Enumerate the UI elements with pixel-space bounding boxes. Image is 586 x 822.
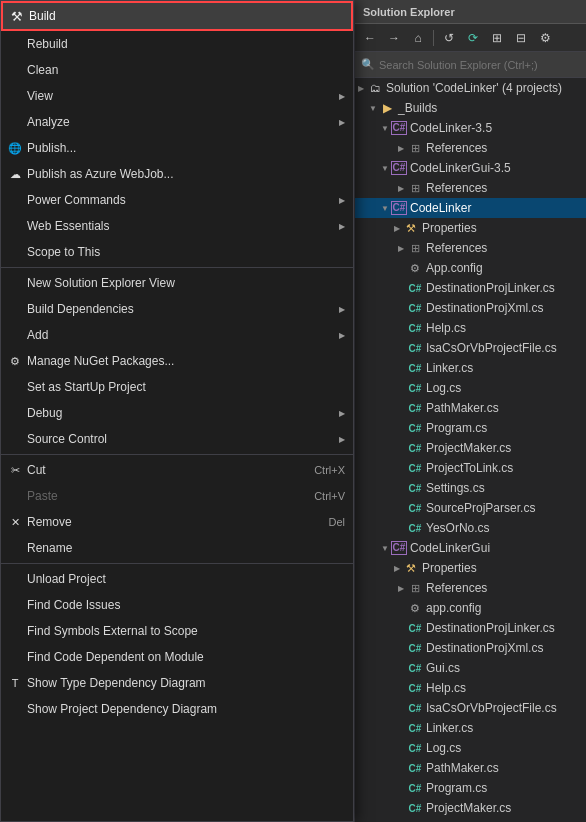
- tree-item-refs2[interactable]: ▶⊞References: [355, 178, 586, 198]
- tree-expand-icon[interactable]: [395, 422, 407, 434]
- tree-item-help2[interactable]: C#Help.cs: [355, 678, 586, 698]
- tree-item-srcparser1[interactable]: C#SourceProjParser.cs: [355, 498, 586, 518]
- tree-item-isacs2[interactable]: C#IsaCsOrVbProjectFile.cs: [355, 698, 586, 718]
- menu-item-publish-[interactable]: 🌐Publish...: [1, 135, 353, 161]
- tree-item-props2[interactable]: ▶⚒Properties: [355, 558, 586, 578]
- tree-item-codelinker[interactable]: ▼C#CodeLinker: [355, 198, 586, 218]
- tree-item-appconfig[interactable]: ⚙App.config: [355, 258, 586, 278]
- tree-item-codelinker35gui[interactable]: ▼C#CodeLinkerGui-3.5: [355, 158, 586, 178]
- menu-item-clean[interactable]: Clean: [1, 57, 353, 83]
- menu-item-debug[interactable]: Debug: [1, 400, 353, 426]
- se-settings-btn[interactable]: ⚙: [534, 27, 556, 49]
- tree-expand-icon[interactable]: [395, 282, 407, 294]
- se-refresh-btn[interactable]: ↺: [438, 27, 460, 49]
- menu-item-rebuild[interactable]: Rebuild: [1, 31, 353, 57]
- se-forward-btn[interactable]: →: [383, 27, 405, 49]
- tree-expand-icon[interactable]: [395, 622, 407, 634]
- tree-expand-icon[interactable]: ▼: [367, 102, 379, 114]
- tree-item-gui1[interactable]: C#Gui.cs: [355, 658, 586, 678]
- tree-item-builds[interactable]: ▼▶_Builds: [355, 98, 586, 118]
- tree-expand-icon[interactable]: [395, 682, 407, 694]
- tree-item-dest4[interactable]: C#DestinationProjXml.cs: [355, 638, 586, 658]
- tree-item-help1[interactable]: C#Help.cs: [355, 318, 586, 338]
- tree-expand-icon[interactable]: ▶: [395, 582, 407, 594]
- menu-item-rename[interactable]: Rename: [1, 535, 353, 561]
- se-search-input[interactable]: [379, 59, 580, 71]
- tree-expand-icon[interactable]: [395, 762, 407, 774]
- tree-expand-icon[interactable]: ▶: [395, 242, 407, 254]
- tree-item-refs4[interactable]: ▶⊞References: [355, 578, 586, 598]
- tree-expand-icon[interactable]: [395, 482, 407, 494]
- menu-item-web-essentials[interactable]: Web Essentials: [1, 213, 353, 239]
- build-menu-item[interactable]: ⚒ Build: [1, 1, 353, 31]
- tree-expand-icon[interactable]: ▶: [355, 82, 367, 94]
- menu-item-scope-to-this[interactable]: Scope to This: [1, 239, 353, 265]
- tree-item-dest1[interactable]: C#DestinationProjLinker.cs: [355, 278, 586, 298]
- menu-item-cut[interactable]: ✂CutCtrl+X: [1, 457, 353, 483]
- tree-expand-icon[interactable]: [395, 362, 407, 374]
- tree-expand-icon[interactable]: [395, 722, 407, 734]
- tree-expand-icon[interactable]: ▼: [379, 542, 391, 554]
- tree-item-log2[interactable]: C#Log.cs: [355, 738, 586, 758]
- tree-expand-icon[interactable]: ▶: [391, 222, 403, 234]
- menu-item-unload-project[interactable]: Unload Project: [1, 566, 353, 592]
- tree-item-dest3[interactable]: C#DestinationProjLinker.cs: [355, 618, 586, 638]
- tree-item-linker1[interactable]: C#Linker.cs: [355, 358, 586, 378]
- tree-expand-icon[interactable]: ▶: [395, 182, 407, 194]
- tree-item-codelinker35[interactable]: ▼C#CodeLinker-3.5: [355, 118, 586, 138]
- tree-item-program1[interactable]: C#Program.cs: [355, 418, 586, 438]
- menu-item-new-solution-explorer-view[interactable]: New Solution Explorer View: [1, 270, 353, 296]
- tree-expand-icon[interactable]: [395, 802, 407, 814]
- tree-expand-icon[interactable]: ▼: [379, 162, 391, 174]
- tree-item-codelinkergui[interactable]: ▼C#CodeLinkerGui: [355, 538, 586, 558]
- tree-expand-icon[interactable]: [395, 382, 407, 394]
- tree-item-yesorno1[interactable]: C#YesOrNo.cs: [355, 518, 586, 538]
- menu-item-remove[interactable]: ✕RemoveDel: [1, 509, 353, 535]
- tree-item-settings1[interactable]: C#Settings.cs: [355, 478, 586, 498]
- tree-expand-icon[interactable]: [395, 522, 407, 534]
- tree-expand-icon[interactable]: [395, 602, 407, 614]
- menu-item-view[interactable]: View: [1, 83, 353, 109]
- tree-item-dest2[interactable]: C#DestinationProjXml.cs: [355, 298, 586, 318]
- tree-expand-icon[interactable]: ▼: [379, 202, 391, 214]
- tree-item-linker2[interactable]: C#Linker.cs: [355, 718, 586, 738]
- tree-item-refs1[interactable]: ▶⊞References: [355, 138, 586, 158]
- tree-item-isacs1[interactable]: C#IsaCsOrVbProjectFile.cs: [355, 338, 586, 358]
- tree-item-projtolink2[interactable]: C#ProjectToLink.cs: [355, 818, 586, 822]
- tree-expand-icon[interactable]: ▼: [379, 122, 391, 134]
- tree-item-pathmaker2[interactable]: C#PathMaker.cs: [355, 758, 586, 778]
- tree-item-projtolink1[interactable]: C#ProjectToLink.cs: [355, 458, 586, 478]
- tree-item-solution[interactable]: ▶🗂Solution 'CodeLinker' (4 projects): [355, 78, 586, 98]
- tree-expand-icon[interactable]: [395, 262, 407, 274]
- menu-item-source-control[interactable]: Source Control: [1, 426, 353, 452]
- tree-item-refs3[interactable]: ▶⊞References: [355, 238, 586, 258]
- menu-item-build-dependencies[interactable]: Build Dependencies: [1, 296, 353, 322]
- tree-item-projmaker2[interactable]: C#ProjectMaker.cs: [355, 798, 586, 818]
- tree-expand-icon[interactable]: [395, 742, 407, 754]
- tree-item-appconfig2[interactable]: ⚙app.config: [355, 598, 586, 618]
- menu-item-manage-nuget-packages-[interactable]: ⚙Manage NuGet Packages...: [1, 348, 353, 374]
- se-collapse-btn[interactable]: ⊟: [510, 27, 532, 49]
- tree-expand-icon[interactable]: ▶: [395, 142, 407, 154]
- menu-item-set-as-startup-project[interactable]: Set as StartUp Project: [1, 374, 353, 400]
- tree-expand-icon[interactable]: [395, 442, 407, 454]
- tree-expand-icon[interactable]: [395, 782, 407, 794]
- menu-item-publish-as-azure-webjob-[interactable]: ☁Publish as Azure WebJob...: [1, 161, 353, 187]
- tree-item-projmaker1[interactable]: C#ProjectMaker.cs: [355, 438, 586, 458]
- menu-item-power-commands[interactable]: Power Commands: [1, 187, 353, 213]
- menu-item-add[interactable]: Add: [1, 322, 353, 348]
- se-sync-btn[interactable]: ⟳: [462, 27, 484, 49]
- tree-expand-icon[interactable]: [395, 642, 407, 654]
- se-home-btn[interactable]: ⌂: [407, 27, 429, 49]
- tree-expand-icon[interactable]: ▶: [391, 562, 403, 574]
- tree-expand-icon[interactable]: [395, 662, 407, 674]
- tree-expand-icon[interactable]: [395, 402, 407, 414]
- se-expand-btn[interactable]: ⊞: [486, 27, 508, 49]
- tree-item-log1[interactable]: C#Log.cs: [355, 378, 586, 398]
- tree-item-pathmaker1[interactable]: C#PathMaker.cs: [355, 398, 586, 418]
- tree-expand-icon[interactable]: [395, 342, 407, 354]
- menu-item-analyze[interactable]: Analyze: [1, 109, 353, 135]
- tree-expand-icon[interactable]: [395, 322, 407, 334]
- menu-item-find-code-dependent-on-module[interactable]: Find Code Dependent on Module: [1, 644, 353, 670]
- tree-expand-icon[interactable]: [395, 302, 407, 314]
